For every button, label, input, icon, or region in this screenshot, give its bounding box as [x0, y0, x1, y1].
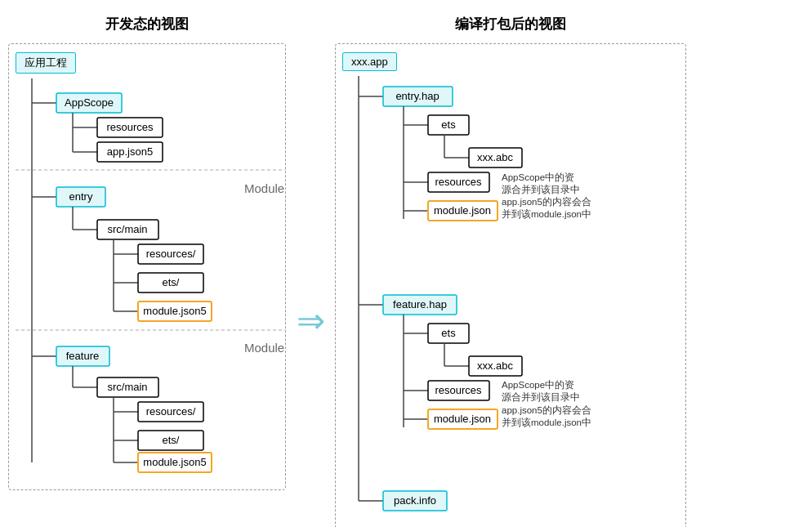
svg-text:resources: resources	[106, 121, 154, 133]
right-app-root-row: xxx.app	[342, 52, 679, 71]
right-section: 编译打包后的视图 xxx.app entry.hap ets	[335, 15, 686, 527]
svg-text:module.json5: module.json5	[143, 456, 206, 468]
svg-text:feature.hap: feature.hap	[393, 298, 447, 310]
app-node: 应用工程	[16, 52, 76, 74]
svg-text:src/main: src/main	[107, 223, 147, 235]
svg-text:module.json5: module.json5	[143, 305, 206, 317]
svg-text:entry.hap: entry.hap	[395, 90, 439, 102]
svg-text:AppScope: AppScope	[65, 96, 114, 109]
svg-text:Module: Module	[244, 181, 284, 195]
arrow-section: ⇒	[286, 15, 335, 527]
svg-text:Module: Module	[244, 341, 284, 355]
left-title: 开发态的视图	[8, 15, 286, 33]
svg-text:并到该module.json中: 并到该module.json中	[502, 208, 591, 219]
svg-text:并到该module.json中: 并到该module.json中	[502, 417, 591, 427]
svg-text:AppScope中的资: AppScope中的资	[502, 380, 574, 390]
svg-text:resources: resources	[435, 384, 482, 396]
svg-text:源合并到该目录中: 源合并到该目录中	[502, 184, 580, 194]
svg-text:xxx.abc: xxx.abc	[477, 360, 514, 372]
svg-text:ets/: ets/	[163, 434, 180, 446]
svg-text:pack.info: pack.info	[394, 494, 436, 507]
svg-text:src/main: src/main	[107, 381, 147, 393]
svg-text:app.json5的内容会合: app.json5的内容会合	[502, 196, 591, 207]
svg-text:resources/: resources/	[146, 248, 196, 260]
svg-text:resources/: resources/	[146, 405, 196, 418]
svg-text:module.json: module.json	[434, 204, 491, 217]
svg-text:entry: entry	[69, 190, 93, 203]
right-tree-svg: entry.hap ets xxx.abc resources AppScope…	[342, 76, 677, 527]
svg-text:resources: resources	[435, 176, 482, 188]
svg-text:app.json5的内容会合: app.json5的内容会合	[502, 404, 591, 415]
svg-text:源合并到该目录中: 源合并到该目录中	[502, 391, 580, 402]
right-root-node: xxx.app	[342, 52, 397, 71]
arrow-icon: ⇒	[297, 304, 325, 338]
svg-text:xxx.abc: xxx.abc	[477, 151, 514, 163]
svg-text:module.json: module.json	[434, 413, 491, 425]
svg-text:ets/: ets/	[163, 276, 180, 288]
right-diagram: xxx.app entry.hap ets	[335, 43, 686, 527]
svg-text:app.json5: app.json5	[107, 145, 153, 158]
app-root-row: 应用工程	[16, 52, 279, 74]
left-tree-svg: AppScope resources app.json5 Module	[16, 78, 293, 479]
left-diagram: 应用工程 AppScope resources	[8, 43, 286, 490]
svg-text:ets: ets	[441, 118, 456, 131]
svg-text:feature: feature	[66, 350, 99, 362]
svg-text:AppScope中的资: AppScope中的资	[502, 172, 574, 182]
svg-text:ets: ets	[441, 327, 456, 339]
left-section: 开发态的视图 应用工程 AppScope	[8, 15, 286, 527]
right-title: 编译打包后的视图	[335, 15, 686, 33]
